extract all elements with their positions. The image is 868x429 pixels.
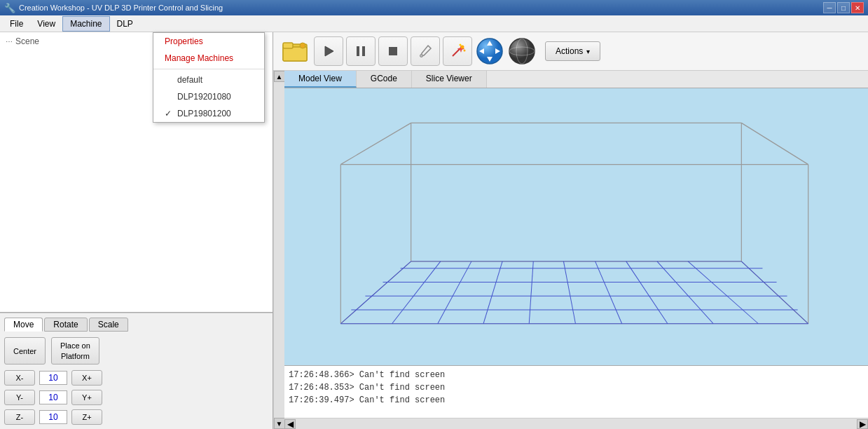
x-plus-button[interactable]: X+ xyxy=(71,370,102,386)
controls-area: Move Rotate Scale Center Place on Platfo… xyxy=(0,313,273,429)
folder-icon xyxy=(282,39,308,64)
console-line-2: 17:26:48.353> Can't find screen xyxy=(289,381,864,394)
y-axis-row: Y- Y+ xyxy=(4,390,268,405)
actions-arrow-icon: ▾ xyxy=(586,48,590,55)
viewer-tabs: Model View GCode Slice Viewer xyxy=(284,71,868,88)
svg-rect-6 xyxy=(362,46,365,56)
play-icon xyxy=(322,44,336,58)
menu-dlp[interactable]: DLP xyxy=(110,16,140,32)
maximize-button[interactable]: □ xyxy=(837,2,850,13)
move-controls: X- X+ Y- Y+ Z- Z+ xyxy=(4,370,268,425)
stop-button[interactable] xyxy=(378,36,408,66)
menu-bar: File View Machine DLP Properties Manage … xyxy=(0,15,868,32)
machine-manage[interactable]: Manage Machines xyxy=(153,50,264,67)
z-minus-button[interactable]: Z- xyxy=(4,409,35,425)
view-column: Model View GCode Slice Viewer xyxy=(284,71,868,429)
svg-point-3 xyxy=(300,43,305,48)
machine-dropdown: Properties Manage Machines default DLP19… xyxy=(153,32,265,123)
dropdown-separator-1 xyxy=(153,69,264,69)
minimize-button[interactable]: ─ xyxy=(823,2,836,13)
view-button[interactable] xyxy=(507,36,537,66)
machine-option-dlp1200[interactable]: ✓ DLP19801200 xyxy=(153,105,264,122)
machine-option-default[interactable]: default xyxy=(153,72,264,88)
tab-slice-viewer[interactable]: Slice Viewer xyxy=(412,71,487,88)
check-default xyxy=(165,75,174,85)
y-minus-button[interactable]: Y- xyxy=(4,390,35,405)
svg-rect-2 xyxy=(283,43,293,48)
app-title: Creation Workshop - UV DLP 3D Printer Co… xyxy=(19,4,223,12)
control-tabs: Move Rotate Scale xyxy=(4,318,268,332)
scroll-down-arrow[interactable]: ▼ xyxy=(274,418,285,429)
z-axis-row: Z- Z+ xyxy=(4,409,268,425)
toolbar: Actions ▾ xyxy=(273,32,868,71)
svg-marker-4 xyxy=(325,46,333,56)
console: 17:26:48.366> Can't find screen 17:26:48… xyxy=(284,365,868,418)
viewer-area: ▲ ▼ Model View GCode Slice Viewer xyxy=(273,71,868,429)
y-value-input[interactable] xyxy=(39,390,67,404)
tab-scale[interactable]: Scale xyxy=(89,318,128,332)
app-icon: 🔧 xyxy=(4,3,15,13)
z-plus-button[interactable]: Z+ xyxy=(71,409,102,425)
close-button[interactable]: ✕ xyxy=(851,2,864,13)
scroll-up-arrow[interactable]: ▲ xyxy=(274,71,285,82)
menu-file[interactable]: File xyxy=(3,16,30,32)
svg-point-8 xyxy=(420,55,423,57)
pause-button[interactable] xyxy=(346,36,376,66)
svg-point-19 xyxy=(509,39,535,64)
svg-point-12 xyxy=(464,50,466,52)
play-button[interactable] xyxy=(314,36,343,66)
main-layout: ⋯ Scene Move Rotate Scale Center Place o… xyxy=(0,32,868,429)
magic-button[interactable] xyxy=(443,36,472,66)
scene-expand-icon: ⋯ xyxy=(6,38,13,46)
y-plus-button[interactable]: Y+ xyxy=(71,390,102,405)
vertical-scrollbar[interactable]: ▲ ▼ xyxy=(273,71,284,429)
svg-point-13 xyxy=(460,44,462,46)
horizontal-scrollbar[interactable]: ◀ ▶ xyxy=(284,418,868,429)
center-button[interactable]: Center xyxy=(4,337,46,365)
scene-label: Scene xyxy=(15,36,39,46)
svg-point-11 xyxy=(461,46,464,49)
machine-properties[interactable]: Properties xyxy=(153,33,264,50)
stop-icon xyxy=(386,44,400,58)
actions-button[interactable]: Actions ▾ xyxy=(545,41,600,61)
scroll-right-arrow[interactable]: ▶ xyxy=(857,419,868,429)
menu-view[interactable]: View xyxy=(30,16,62,32)
svg-rect-7 xyxy=(389,47,397,55)
3d-scene-svg xyxy=(284,88,868,365)
window-controls: ─ □ ✕ xyxy=(823,2,864,13)
tab-gcode[interactable]: GCode xyxy=(357,71,412,88)
console-line-3: 17:26:39.497> Can't find screen xyxy=(289,394,864,407)
viewport xyxy=(284,88,868,365)
svg-rect-1 xyxy=(283,47,307,61)
machine-option-dlp1080[interactable]: DLP19201080 xyxy=(153,88,264,105)
open-file-button[interactable] xyxy=(279,35,311,67)
console-line-1: 17:26:48.366> Can't find screen xyxy=(289,369,864,381)
right-panel: Actions ▾ ▲ ▼ Model View GCode Slice Vie… xyxy=(273,32,868,429)
x-minus-button[interactable]: X- xyxy=(4,370,35,386)
eyedropper-icon xyxy=(418,43,433,59)
pan-icon xyxy=(475,36,504,66)
tab-model-view[interactable]: Model View xyxy=(284,71,357,88)
check-dlp1200: ✓ xyxy=(165,109,174,118)
title-bar: 🔧 Creation Workshop - UV DLP 3D Printer … xyxy=(0,0,868,15)
x-axis-row: X- X+ xyxy=(4,370,268,386)
tab-move[interactable]: Move xyxy=(4,318,43,332)
magic-wand-icon xyxy=(448,42,467,60)
scroll-left-arrow[interactable]: ◀ xyxy=(284,419,296,429)
x-value-input[interactable] xyxy=(39,371,67,385)
pick-button[interactable] xyxy=(411,36,440,66)
menu-machine[interactable]: Machine xyxy=(62,16,109,32)
view-icon xyxy=(507,36,537,66)
actions-label: Actions xyxy=(556,46,583,56)
place-on-platform-button[interactable]: Place on Platform xyxy=(51,337,99,365)
check-dlp1080 xyxy=(165,92,174,102)
pan-button[interactable] xyxy=(475,36,504,66)
tab-rotate[interactable]: Rotate xyxy=(44,318,87,332)
pause-icon xyxy=(354,44,368,58)
svg-line-9 xyxy=(453,49,460,56)
z-value-input[interactable] xyxy=(39,410,67,424)
svg-rect-5 xyxy=(357,46,359,56)
